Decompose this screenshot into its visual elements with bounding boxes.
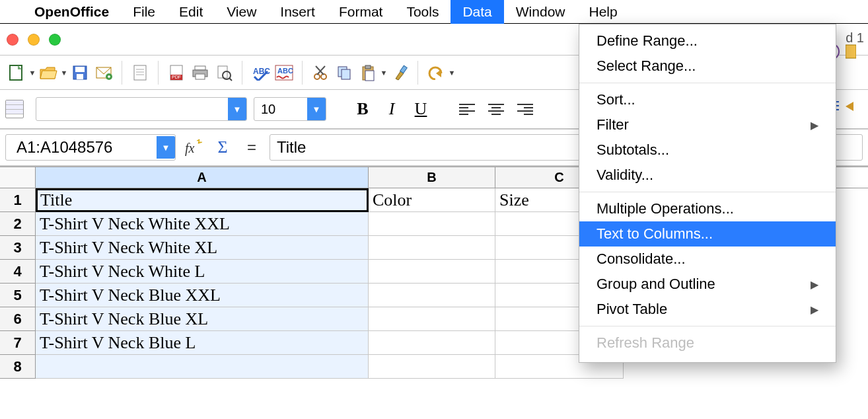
menubar-data[interactable]: Data xyxy=(451,0,503,24)
window-zoom-button[interactable] xyxy=(49,34,61,46)
svg-rect-32 xyxy=(400,65,408,73)
align-center-button[interactable] xyxy=(485,98,507,120)
menubar-format[interactable]: Format xyxy=(327,0,395,24)
bold-button[interactable]: B xyxy=(351,98,374,120)
print-preview-icon[interactable] xyxy=(213,61,235,84)
menubar-help[interactable]: Help xyxy=(577,0,630,24)
cell-B4[interactable] xyxy=(369,260,495,284)
name-box-arrow[interactable]: ▼ xyxy=(157,136,175,159)
svg-marker-33 xyxy=(436,69,441,77)
window-minimize-button[interactable] xyxy=(28,34,40,46)
menu-separator xyxy=(579,326,836,326)
print-icon[interactable] xyxy=(189,61,211,84)
cell-B1[interactable]: Color xyxy=(369,188,495,212)
cell-B3[interactable] xyxy=(369,236,495,260)
window-close-button[interactable] xyxy=(7,34,18,46)
menubar-edit[interactable]: Edit xyxy=(167,0,215,24)
font-size-arrow[interactable]: ▼ xyxy=(307,98,326,120)
svg-rect-4 xyxy=(77,74,83,79)
column-header-A[interactable]: A xyxy=(36,167,369,188)
undo-icon[interactable] xyxy=(425,61,447,84)
cell-A2[interactable]: T-Shirt V Neck White XXL xyxy=(36,212,369,236)
cell-A3[interactable]: T-Shirt V Neck White XL xyxy=(36,236,369,260)
cut-icon[interactable] xyxy=(309,61,332,84)
name-box[interactable]: A1:A1048576 ▼ xyxy=(5,134,176,161)
svg-text:PDF: PDF xyxy=(172,75,181,79)
menu-item-multiple-operations[interactable]: Multiple Operations... xyxy=(579,196,836,221)
edit-document-icon[interactable] xyxy=(129,61,151,84)
menubar-tools[interactable]: Tools xyxy=(394,0,451,24)
menu-item-validity[interactable]: Validity... xyxy=(579,163,836,188)
traffic-lights xyxy=(7,34,61,46)
column-header-B[interactable]: B xyxy=(369,167,495,188)
row-header-3[interactable]: 3 xyxy=(0,236,36,260)
save-document-icon[interactable] xyxy=(69,61,91,84)
cell-A5[interactable]: T-Shirt V Neck Blue XXL xyxy=(36,284,369,307)
cell-B2[interactable] xyxy=(369,212,495,236)
function-wizard-icon[interactable]: fx xyxy=(182,136,205,159)
menu-item-select-range[interactable]: Select Range... xyxy=(579,54,836,79)
select-all-corner[interactable] xyxy=(0,167,36,188)
menu-item-pivot-table[interactable]: Pivot Table▶ xyxy=(579,297,836,322)
export-pdf-icon[interactable]: PDF xyxy=(165,61,188,84)
menu-item-consolidate[interactable]: Consolidate... xyxy=(579,247,836,272)
row-header-2[interactable]: 2 xyxy=(0,212,36,236)
equals-icon[interactable]: = xyxy=(240,136,263,159)
cell-A7[interactable]: T-Shirt V Neck Blue L xyxy=(36,331,369,355)
menu-item-text-to-columns[interactable]: Text to Columns... xyxy=(579,221,836,247)
svg-rect-28 xyxy=(342,69,350,79)
font-size-value: 10 xyxy=(261,102,275,117)
cropped-icon-1[interactable] xyxy=(846,42,865,62)
row-header-8[interactable]: 8 xyxy=(0,355,36,379)
styles-icon[interactable] xyxy=(5,100,24,118)
cell-A4[interactable]: T-Shirt V Neck White L xyxy=(36,260,369,284)
submenu-arrow-icon: ▶ xyxy=(811,278,818,291)
menubar-window[interactable]: Window xyxy=(504,0,577,24)
menubar-insert[interactable]: Insert xyxy=(268,0,327,24)
new-dropdown-arrow[interactable]: ▼ xyxy=(29,69,36,77)
underline-button[interactable]: U xyxy=(410,98,432,120)
svg-point-24 xyxy=(321,74,326,79)
paste-dropdown-arrow[interactable]: ▼ xyxy=(380,69,387,77)
format-paintbrush-icon[interactable] xyxy=(388,61,411,84)
menubar-view[interactable]: View xyxy=(215,0,268,24)
cell-B5[interactable] xyxy=(369,284,495,307)
cropped-icon-2[interactable] xyxy=(846,99,865,119)
row-header-1[interactable]: 1 xyxy=(0,188,36,212)
cell-A6[interactable]: T-Shirt V Neck Blue XL xyxy=(36,307,369,331)
cell-A8[interactable] xyxy=(36,355,369,379)
row-header-4[interactable]: 4 xyxy=(0,260,36,284)
row-header-6[interactable]: 6 xyxy=(0,307,36,331)
cell-B6[interactable] xyxy=(369,307,495,331)
menu-item-sort[interactable]: Sort... xyxy=(579,87,836,112)
align-right-button[interactable] xyxy=(514,98,536,120)
paste-icon[interactable] xyxy=(357,61,379,84)
row-header-5[interactable]: 5 xyxy=(0,284,36,307)
undo-dropdown-arrow[interactable]: ▼ xyxy=(449,69,455,77)
font-size-select[interactable]: 10 ▼ xyxy=(254,97,326,121)
sum-icon[interactable]: Σ xyxy=(211,136,234,159)
auto-spellcheck-icon[interactable]: ABC xyxy=(273,61,295,84)
open-document-icon[interactable] xyxy=(37,61,59,84)
svg-text:fx: fx xyxy=(185,141,195,156)
open-dropdown-arrow[interactable]: ▼ xyxy=(61,69,67,77)
menubar-app[interactable]: OpenOffice xyxy=(22,0,121,24)
spellcheck-icon[interactable]: ABC xyxy=(249,61,271,84)
align-left-button[interactable] xyxy=(456,98,478,120)
cell-B7[interactable] xyxy=(369,331,495,355)
email-document-icon[interactable] xyxy=(92,61,115,84)
copy-icon[interactable] xyxy=(333,61,355,84)
menu-item-subtotals[interactable]: Subtotals... xyxy=(579,137,836,163)
menu-item-group-and-outline[interactable]: Group and Outline▶ xyxy=(579,272,836,297)
row-header-7[interactable]: 7 xyxy=(0,331,36,355)
font-name-select[interactable]: ▼ xyxy=(36,97,247,121)
svg-rect-7 xyxy=(134,65,146,80)
italic-button[interactable]: I xyxy=(380,98,403,120)
menubar-file[interactable]: File xyxy=(121,0,167,24)
menu-item-define-range[interactable]: Define Range... xyxy=(579,28,836,54)
menu-item-filter[interactable]: Filter▶ xyxy=(579,112,836,137)
new-document-icon[interactable] xyxy=(5,61,28,84)
cell-B8[interactable] xyxy=(369,355,495,379)
cell-A1[interactable]: Title xyxy=(36,188,369,212)
font-name-arrow[interactable]: ▼ xyxy=(228,98,246,120)
